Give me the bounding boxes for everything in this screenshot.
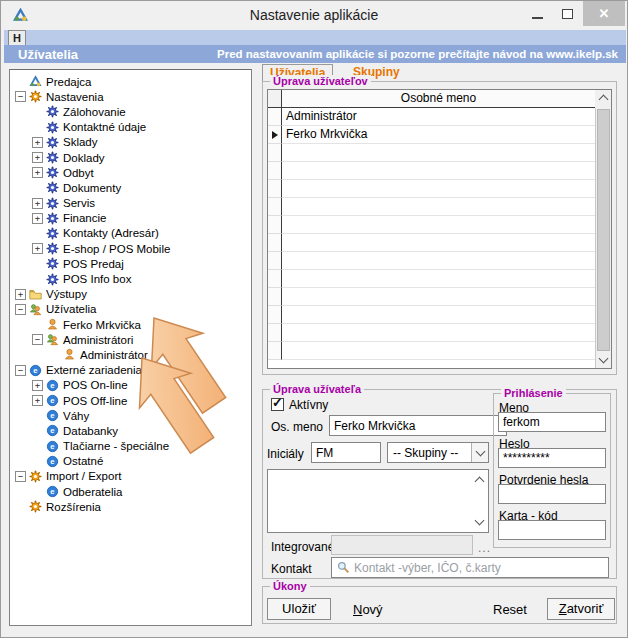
potvrdenie-hesla-input[interactable] — [498, 484, 606, 504]
kontakt-input[interactable] — [331, 557, 609, 578]
os-meno-input[interactable] — [329, 415, 507, 436]
tree-item-administr-tor[interactable]: Administrátor — [10, 347, 251, 362]
collapse-icon[interactable]: − — [15, 471, 26, 482]
ulozit-button[interactable]: Uložiť — [267, 598, 331, 620]
scrollbar-down-button[interactable] — [596, 352, 611, 368]
tree-item-administr-tori[interactable]: −Administrátori — [10, 332, 251, 347]
expand-icon[interactable]: + — [32, 380, 43, 391]
row-selector-cell[interactable] — [268, 108, 282, 126]
table-row[interactable]: Administrátor — [268, 108, 595, 126]
integrovane-browse-button[interactable]: ... — [478, 541, 491, 555]
listbox-scroll-down[interactable] — [472, 514, 486, 530]
expand-icon[interactable]: + — [32, 213, 43, 224]
table-row[interactable] — [268, 252, 595, 270]
tree-item-sklady[interactable]: +Sklady — [10, 135, 251, 150]
row-selector-cell[interactable] — [268, 288, 282, 306]
osobne-meno-cell[interactable] — [282, 288, 595, 306]
tree-item-databanky[interactable]: eDatabanky — [10, 423, 251, 438]
tree-item-odberatelia[interactable]: eOdberatelia — [10, 484, 251, 499]
tree-item-ferko-mrkvi-ka[interactable]: Ferko Mrkvička — [10, 317, 251, 332]
expand-icon[interactable]: + — [32, 167, 43, 178]
expand-icon[interactable]: + — [32, 152, 43, 163]
h-tab[interactable]: H — [8, 30, 26, 46]
tree-item-tla-iarne-peci-lne[interactable]: eTlačiarne - špeciálne — [10, 439, 251, 454]
row-selector-cell[interactable] — [268, 306, 282, 324]
osobne-meno-cell[interactable]: Ferko Mrkvička — [282, 126, 595, 144]
tree-item-ostatn[interactable]: eOstatné — [10, 454, 251, 469]
tree-item-nastavenia[interactable]: −Nastavenia — [10, 89, 251, 104]
expand-icon[interactable]: + — [32, 137, 43, 148]
osobne-meno-cell[interactable] — [282, 162, 595, 180]
scrollbar-top[interactable] — [595, 90, 611, 108]
meno-input[interactable] — [498, 412, 606, 432]
tree-item-v-hy[interactable]: eVáhy — [10, 408, 251, 423]
chevron-down-icon[interactable] — [471, 443, 488, 462]
row-selector-cell[interactable] — [268, 198, 282, 216]
tree-item-pos-on-line[interactable]: +ePOS On-line — [10, 378, 251, 393]
collapse-icon[interactable]: − — [15, 304, 26, 315]
scrollbar-thumb[interactable] — [597, 109, 610, 351]
table-row[interactable] — [268, 288, 595, 306]
row-selector-cell[interactable] — [268, 234, 282, 252]
row-selector-cell[interactable] — [268, 216, 282, 234]
table-row[interactable] — [268, 306, 595, 324]
maximize-button[interactable] — [553, 1, 581, 26]
users-table[interactable]: Osobné meno Administrátor Ferko Mrkvička — [267, 89, 612, 369]
osobne-meno-cell[interactable] — [282, 324, 595, 342]
tree-item-z-lohovanie[interactable]: Zálohovanie — [10, 104, 251, 119]
table-row[interactable] — [268, 234, 595, 252]
aktivny-checkbox[interactable]: ✓ — [271, 398, 284, 411]
skupiny-select[interactable]: -- Skupiny -- — [387, 442, 489, 463]
karta-kod-input[interactable] — [498, 520, 606, 540]
tree-item-kontakty-adres-r[interactable]: Kontakty (Adresár) — [10, 226, 251, 241]
tree-item-financie[interactable]: +Financie — [10, 211, 251, 226]
tree-item-predajca[interactable]: Predajca — [10, 74, 251, 89]
osobne-meno-cell[interactable] — [282, 144, 595, 162]
table-scrollbar[interactable] — [595, 108, 611, 368]
tree-item-pos-off-line[interactable]: +ePOS Off-line — [10, 393, 251, 408]
table-row[interactable] — [268, 198, 595, 216]
osobne-meno-cell[interactable] — [282, 216, 595, 234]
expand-icon[interactable]: + — [32, 243, 43, 254]
tree-item-pos-info-box[interactable]: POS Info box — [10, 271, 251, 286]
row-selector-cell[interactable] — [268, 144, 282, 162]
osobne-meno-cell[interactable] — [282, 252, 595, 270]
zatvorit-button[interactable]: Zatvoriť — [547, 598, 615, 620]
collapse-icon[interactable]: − — [32, 334, 43, 345]
table-row[interactable] — [268, 144, 595, 162]
inicialy-input[interactable] — [311, 442, 381, 463]
collapse-icon[interactable]: − — [15, 91, 26, 102]
osobne-meno-cell[interactable] — [282, 342, 595, 360]
tree-item-import-export[interactable]: −Import / Export — [10, 469, 251, 484]
expand-icon[interactable]: + — [32, 198, 43, 209]
table-row[interactable] — [268, 324, 595, 342]
table-row[interactable] — [268, 180, 595, 198]
tree-item-dokumenty[interactable]: Dokumenty — [10, 180, 251, 195]
osobne-meno-cell[interactable] — [282, 306, 595, 324]
tree-item-doklady[interactable]: +Doklady — [10, 150, 251, 165]
osobne-meno-cell[interactable] — [282, 198, 595, 216]
novy-button[interactable]: Nový — [353, 602, 383, 617]
osobne-meno-cell[interactable] — [282, 180, 595, 198]
table-row[interactable] — [268, 270, 595, 288]
expand-icon[interactable]: + — [15, 289, 26, 300]
tree-item-roz-renia[interactable]: Rozšírenia — [10, 499, 251, 514]
tree-item-extern-zariadenia[interactable]: −eExterné zariadenia — [10, 363, 251, 378]
tree-item-servis[interactable]: +Servis — [10, 196, 251, 211]
column-header-osobne-meno[interactable]: Osobné meno — [282, 90, 595, 108]
row-selector-cell[interactable] — [268, 162, 282, 180]
tree-item-kontaktn-daje[interactable]: Kontaktné údaje — [10, 120, 251, 135]
row-selector-cell[interactable] — [268, 324, 282, 342]
tree-item-v-stupy[interactable]: +Výstupy — [10, 287, 251, 302]
row-selector-cell[interactable] — [268, 126, 282, 144]
table-row[interactable] — [268, 162, 595, 180]
tree-item-pos-predaj[interactable]: POS Predaj — [10, 256, 251, 271]
row-selector-cell[interactable] — [268, 180, 282, 198]
table-row[interactable]: Ferko Mrkvička — [268, 126, 595, 144]
groups-listbox[interactable] — [267, 469, 489, 533]
tree-item-e-shop-pos-mobile[interactable]: +E-shop / POS Mobile — [10, 241, 251, 256]
osobne-meno-cell[interactable] — [282, 270, 595, 288]
osobne-meno-cell[interactable] — [282, 234, 595, 252]
reset-button[interactable]: Reset — [493, 602, 527, 617]
row-selector-cell[interactable] — [268, 252, 282, 270]
